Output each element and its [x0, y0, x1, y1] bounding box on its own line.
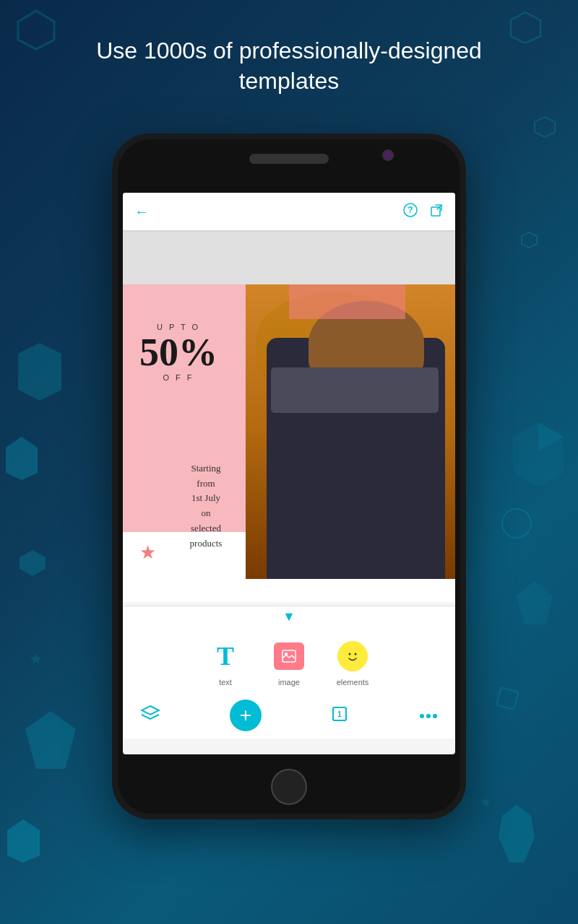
bottom-nav: + 1	[123, 692, 455, 738]
image-tool-label: image	[278, 678, 300, 687]
phone-screen: 12:30 ← ?	[123, 193, 455, 754]
text-tool[interactable]: T text	[208, 639, 243, 687]
svg-marker-23	[142, 706, 159, 715]
phone-device: 12:30 ← ?	[112, 134, 466, 819]
app-bar: ← ?	[123, 193, 455, 230]
add-icon: +	[240, 705, 251, 725]
tool-row: T text image	[123, 627, 455, 692]
svg-marker-13	[7, 819, 40, 863]
phone-home-area	[112, 754, 466, 819]
svg-rect-8	[496, 687, 519, 710]
add-button[interactable]: +	[230, 699, 262, 731]
svg-marker-12	[25, 711, 76, 769]
pages-button[interactable]: 1	[331, 705, 350, 725]
up-to-text: U P T O	[139, 323, 217, 331]
svg-point-6	[502, 509, 531, 538]
starting-from-text: Startingfrom1st Julyonselectedproducts	[139, 461, 272, 552]
help-button[interactable]: ?	[403, 203, 418, 221]
phone-camera	[382, 149, 394, 161]
bottom-toolbar: ▼ T text	[123, 606, 455, 699]
svg-point-22	[355, 653, 357, 655]
svg-point-28	[433, 714, 437, 718]
svg-marker-3	[522, 232, 537, 248]
off-text: O F F	[139, 373, 217, 382]
image-tool-icon	[274, 642, 304, 670]
phone-speaker	[249, 154, 329, 164]
more-button[interactable]	[419, 709, 438, 722]
text-tool-label: text	[219, 678, 232, 687]
svg-marker-9	[18, 343, 61, 401]
elements-tool-icon	[337, 641, 368, 671]
svg-point-27	[426, 714, 431, 718]
text-tool-icon: T	[217, 641, 234, 671]
elements-tool-label: elements	[337, 678, 369, 687]
discount-overlay: U P T O 50% O F F	[139, 323, 217, 382]
fashion-photo	[246, 284, 455, 579]
svg-point-21	[349, 653, 351, 655]
svg-text:?: ?	[407, 205, 413, 215]
image-tool[interactable]: image	[272, 639, 306, 687]
svg-marker-7	[517, 581, 553, 624]
design-canvas[interactable]: U P T O 50% O F F Startingfrom1st Julyon…	[123, 284, 455, 602]
elements-tool[interactable]: elements	[335, 639, 370, 687]
open-external-button[interactable]	[429, 203, 444, 221]
svg-point-20	[344, 648, 361, 665]
back-button[interactable]: ←	[134, 204, 149, 220]
discount-percent: 50%	[139, 333, 217, 372]
home-button[interactable]	[271, 769, 307, 805]
design-canvas-area[interactable]: U P T O 50% O F F Startingfrom1st Julyon…	[123, 230, 455, 606]
canvas-padding-top	[123, 230, 455, 284]
pink-accent-block	[289, 284, 405, 319]
svg-text:1: 1	[337, 710, 342, 718]
svg-point-26	[420, 714, 424, 718]
svg-marker-10	[6, 437, 38, 480]
svg-marker-11	[20, 550, 46, 576]
svg-marker-2	[535, 117, 555, 137]
starting-text-content: Startingfrom1st Julyonselectedproducts	[139, 461, 272, 552]
layers-button[interactable]	[140, 705, 160, 726]
scroll-down-arrow: ▼	[282, 609, 296, 624]
header-title: Use 1000s of professionally-designed tem…	[0, 36, 578, 96]
